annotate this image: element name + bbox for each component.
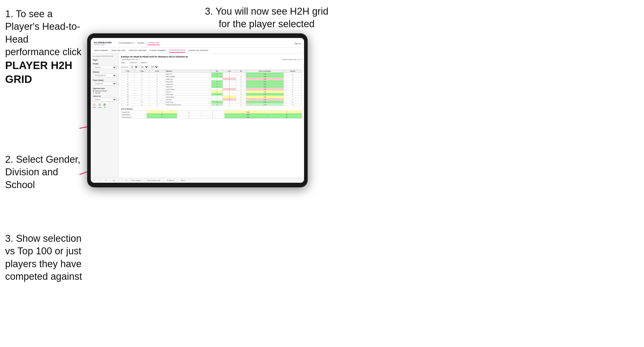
instruction-2: 2. Select Gender, Division and School (5, 153, 82, 191)
division-label: Division (93, 71, 117, 73)
legend-up-dot (103, 103, 106, 106)
table-row: 19 (121, 101, 135, 103)
nav-teams[interactable]: TEAMS (137, 42, 144, 45)
table-row: 6 (121, 78, 135, 80)
back-btn[interactable]: ← (99, 179, 102, 182)
instructions-panel: 1. To see a Player's Head-to-Head perfor… (0, 0, 87, 300)
conference-label: Conference (129, 62, 137, 63)
table-row: 10 (121, 83, 135, 85)
col-conf: # Conf (149, 70, 165, 73)
division-select[interactable]: NCAA Division III (93, 74, 117, 77)
opponent-view-section: Opponent view Opponents Played Top 100 (93, 88, 117, 94)
legend-down: Down (93, 103, 96, 108)
list-item: NAIA Division 1 (121, 113, 147, 116)
top100-radio[interactable] (93, 92, 94, 94)
region-select[interactable]: (All) (129, 65, 138, 69)
nav-tournaments[interactable]: TOURNAMENTS (118, 42, 134, 45)
out-of-division: Out of division Foreign Team 1 0 0 4.500… (121, 108, 302, 119)
gender-select[interactable]: Women's (93, 65, 117, 69)
col-tie: Tie (236, 70, 246, 73)
player-section: Player (93, 59, 117, 61)
colour-legend: Down Level Up (93, 103, 117, 108)
top100-option[interactable]: Top 100 (93, 92, 117, 94)
instruction-3-left: 3. Show selection vs Top 100 or just pla… (5, 232, 82, 283)
gender-label: Gender (93, 63, 117, 65)
view-original-btn[interactable]: View: Original (130, 179, 142, 182)
subnav-team-h2h-heatmap[interactable]: TEAM H2H HEATMAP (128, 49, 146, 52)
sub-nav: TEAM SUMMARY TEAM H2H GRID TEAM H2H HEAT… (91, 48, 304, 53)
colour-section: Colour by Win/loss (93, 95, 117, 101)
opponent-select[interactable]: (All) (149, 65, 159, 69)
col-div: # Div (121, 70, 135, 73)
download-btn[interactable]: ↓ (118, 179, 120, 182)
overall-record: Overall Record: 353 - 34 - 6 (121, 59, 140, 60)
nav-committee[interactable]: COMMITTEE (148, 42, 160, 45)
col-diff: Diff Av Strokes/Rnd (246, 70, 284, 73)
grid-btn[interactable]: ⊞ (112, 179, 116, 182)
legend-level: Level (98, 103, 101, 108)
col-loss: Loss (223, 70, 236, 73)
opponent-filter: Opponent (141, 62, 147, 64)
table-row: 5 (121, 75, 135, 78)
table-row: 3 (121, 73, 135, 75)
instruction-1: 1. To see a Player's Head-to-Head perfor… (5, 8, 82, 86)
opponents-played-option[interactable]: Opponents Played (93, 90, 117, 92)
filter-dropdowns: Opponents: (All) (All) (All) (121, 65, 302, 69)
list-item: Foreign Team (121, 111, 147, 113)
tablet-screen: SCOREBOARD Powered by clippd TOURNAMENTS… (91, 38, 304, 183)
subnav-player-summary[interactable]: PLAYER SUMMARY (150, 49, 166, 52)
undo-btn[interactable]: ↩ (93, 179, 97, 182)
main-table: # Div # Reg # Conf Opponent Win Loss Tie… (121, 70, 302, 106)
table-row: 16 (121, 96, 135, 98)
legend-up: Up (103, 103, 106, 108)
tablet-device: SCOREBOARD Powered by clippd TOURNAMENTS… (87, 33, 308, 187)
region-label: Region (121, 62, 125, 63)
legend-down-dot (93, 103, 96, 106)
opponent-label: Opponent (141, 62, 147, 63)
redo-btn[interactable]: ↪ (104, 179, 108, 182)
out-of-division-title: Out of division (121, 108, 302, 110)
subnav-player-h2h-grid[interactable]: PLAYER H2H GRID (169, 48, 185, 53)
share-btn[interactable]: Share (180, 179, 186, 182)
logo: SCOREBOARD Powered by clippd (94, 42, 112, 45)
division-section: Division NCAA Division III (93, 71, 117, 77)
grid-area: Katelyn Vo Head-to-Head Grid for Women's… (119, 53, 304, 178)
table-row: 11 (121, 85, 135, 88)
subnav-player-h2h-heatmap[interactable]: PLAYER H2H HEATMAP (188, 49, 208, 52)
sign-out[interactable]: Sign out (294, 43, 301, 44)
record-row: Overall Record: 353 - 34 - 6 Division Re… (121, 59, 302, 60)
col-reg: # Reg (135, 70, 149, 73)
table-row: 15 (121, 93, 135, 96)
subnav-team-summary[interactable]: TEAM SUMMARY (94, 49, 108, 52)
player-rank-label: Player (Rank) (93, 79, 117, 81)
col-rounds: Rounds (284, 70, 302, 73)
conference-select[interactable]: (All) (139, 65, 149, 69)
table-row: 14 (121, 91, 135, 93)
player-rank-select[interactable]: 8. Katelyn Vo (93, 82, 117, 85)
nav-links: TOURNAMENTS TEAMS COMMITTEE (118, 42, 160, 45)
opponent-view-label: Opponent view (93, 88, 117, 89)
conference-filter: Conference (129, 62, 137, 64)
legend-level-dot (98, 103, 101, 106)
player-rank-section: Player (Rank) 8. Katelyn Vo (93, 79, 117, 85)
filter-section: Region Conference Opponent (121, 62, 302, 64)
nav-bar: SCOREBOARD Powered by clippd TOURNAMENTS… (91, 38, 304, 48)
timestamp: Last Updated: 27/03/2024 16:55:38 (93, 55, 117, 57)
division-record: Division Record: 331 - 34 - 6 (283, 59, 302, 60)
subnav-team-h2h-grid[interactable]: TEAM H2H GRID (112, 49, 126, 52)
instruction-3-right: 3. You will now see H2H grid for the pla… (200, 5, 333, 31)
col-win: Win (211, 70, 223, 73)
opponent-radio-group: Opponents Played Top 100 (93, 90, 117, 94)
col-opponent: Opponent (165, 70, 212, 73)
opponents-played-radio[interactable] (93, 90, 94, 92)
region-filter: Region (121, 62, 125, 64)
watch-btn[interactable]: 👁 Watch ▾ (166, 179, 175, 182)
colour-select[interactable]: Win/loss (93, 98, 117, 101)
list-item: NCAA Division 2 (121, 116, 147, 119)
grid-title: Katelyn Vo Head-to-Head Grid for Women's… (121, 55, 302, 58)
main-content: Last Updated: 27/03/2024 16:55:38 Player… (91, 53, 304, 178)
refresh-btn[interactable]: ⟳ (125, 179, 128, 182)
save-custom-btn[interactable]: Save Custom View (146, 179, 162, 182)
table-row: 9 (121, 80, 135, 83)
table-row: 13 (121, 88, 135, 91)
